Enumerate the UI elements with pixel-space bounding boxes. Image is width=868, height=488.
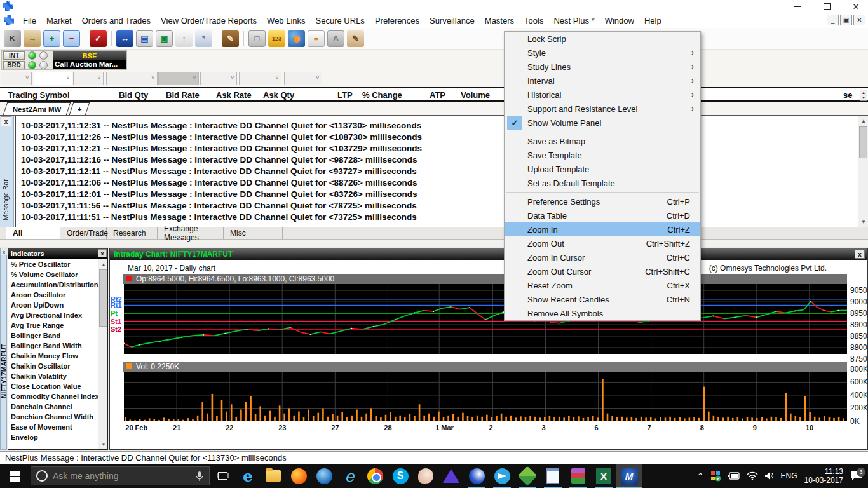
indicator-item-donchian-channel-width[interactable]: Donchian Channel Width <box>8 412 98 422</box>
taskbar-app-prism-app[interactable] <box>438 464 464 488</box>
user-edit-icon[interactable]: ✎ <box>347 30 364 47</box>
column-header-bid-qty[interactable]: Bid Qty <box>119 90 148 100</box>
volume-tray-icon[interactable] <box>761 464 778 488</box>
indicator-item-accumulation-distribution[interactable]: Accumulation/Distribution <box>8 280 98 290</box>
context-menu-item-save-as-bitmap[interactable]: Save as Bitmap <box>505 134 700 148</box>
column-header-volume[interactable]: Volume <box>461 90 490 100</box>
indicator-item-aroon-oscillator[interactable]: Aroon Oscillator <box>8 290 98 300</box>
indicator-item-bollinger-band[interactable]: Bollinger Band <box>8 330 98 341</box>
indicators-scrollbar[interactable]: ▲ ▼ <box>98 259 107 449</box>
context-menu-item-set-as-default-template[interactable]: Set as Default Template <box>505 176 700 190</box>
remove-workspace-icon[interactable]: − <box>63 30 80 47</box>
context-menu-item-save-template[interactable]: Save Template <box>505 148 700 162</box>
market-watch-icon[interactable]: ▤ <box>136 30 153 47</box>
login-key-icon[interactable]: K <box>4 30 21 47</box>
filter-combobox-5[interactable]: ∨ <box>158 72 199 85</box>
indicator-item-chaikin-oscillator[interactable]: Chaikin Oscillator <box>8 361 98 371</box>
add-workspace-icon[interactable]: + <box>43 30 60 47</box>
filter-combobox-1[interactable]: ∨ <box>1 72 32 85</box>
tray-clock[interactable]: 11:13 10-03-2017 <box>801 467 847 485</box>
column-header-atp[interactable]: ATP <box>430 90 445 100</box>
taskbar-app-firefox[interactable] <box>286 464 311 488</box>
header-scroll-spinner[interactable]: ▲▼ <box>860 90 867 101</box>
menu-nest-plus[interactable]: Nest Plus * <box>548 14 599 27</box>
sync-tray-icon[interactable] <box>707 464 724 488</box>
indicator-item-chaikin-money-flow[interactable]: Chaikin Money Flow <box>8 351 98 361</box>
best-five-icon[interactable]: 123 <box>268 30 285 47</box>
menu-window[interactable]: Window <box>600 14 639 27</box>
minimize-button[interactable] <box>792 2 803 11</box>
column-header-se[interactable]: se <box>843 90 852 100</box>
filter-combobox-3[interactable]: ∨ <box>73 72 104 85</box>
chart-close-icon[interactable]: x <box>855 250 865 259</box>
order-book-icon[interactable]: ✓ <box>90 30 107 47</box>
mdi-close-button[interactable]: ✕ <box>853 15 865 25</box>
filter-combobox-8[interactable]: ∨ <box>284 72 322 85</box>
scroll-down-icon[interactable]: ▼ <box>98 439 109 449</box>
indicator-item-ease-of-movement[interactable]: Ease of Movement <box>8 422 98 432</box>
context-menu-item-study-lines[interactable]: Study Lines› <box>505 60 700 74</box>
scroll-thumb[interactable] <box>99 269 107 327</box>
context-menu-item-show-recent-candles[interactable]: Show Recent CandlesCtrl+N <box>505 292 700 306</box>
context-menu-item-zoom-in[interactable]: Zoom InCtrl+Z <box>505 222 700 236</box>
context-menu-item-show-volume-panel[interactable]: ✓Show Volume Panel <box>505 116 700 130</box>
column-header-trading-symbol[interactable]: Trading Symbol <box>8 90 70 100</box>
keypad-icon[interactable]: □ <box>248 30 266 47</box>
order-search-icon[interactable]: ↑ <box>175 30 193 47</box>
taskbar-app-glary-utilities[interactable] <box>464 464 489 488</box>
language-indicator[interactable]: ENG <box>778 464 801 488</box>
chart-window-icon[interactable]: ▣ <box>156 30 173 47</box>
column-header-ltp[interactable]: LTP <box>337 90 353 100</box>
context-menu-item-interval[interactable]: Interval› <box>505 74 700 88</box>
message-panel-close-icon[interactable]: x <box>1 116 11 126</box>
message-tab-order-trade[interactable]: Order/Trade <box>60 227 107 239</box>
filter-combobox-4[interactable]: ∨ <box>106 72 158 85</box>
context-menu-item-upload-template[interactable]: Upload Template <box>505 162 700 176</box>
microphone-icon[interactable] <box>196 471 203 482</box>
workspace-tab-add[interactable]: + <box>69 102 90 115</box>
chart-strip-close-icon[interactable]: x <box>1 248 7 255</box>
battery-tray-icon[interactable] <box>724 464 743 488</box>
context-menu-item-zoom-out[interactable]: Zoom OutCtrl+Shift+Z <box>505 236 700 250</box>
menu-surveillance[interactable]: Surveillance <box>424 14 480 27</box>
report-edit-icon[interactable]: ≡ <box>308 30 325 47</box>
message-tab-research[interactable]: Research <box>107 227 158 239</box>
indicator-item-chaikin-volatility[interactable]: Chaikin Volatility <box>8 371 98 381</box>
indicator-item-volume-oscillator[interactable]: % Volume Oscillator <box>8 269 98 280</box>
message-tab-misc[interactable]: Misc <box>224 227 283 239</box>
scroll-down-icon[interactable]: ▼ <box>858 217 868 227</box>
context-menu-item-historical[interactable]: Historical› <box>505 88 700 102</box>
menu-help[interactable]: Help <box>639 14 667 27</box>
menu-market[interactable]: Market <box>41 14 77 27</box>
scroll-thumb[interactable] <box>859 126 867 158</box>
taskbar-app-internet-explorer[interactable]: e <box>337 464 362 488</box>
close-button[interactable]: ✕ <box>850 2 862 11</box>
message-scrollbar[interactable]: ▲ ▼ <box>858 116 868 227</box>
message-tab-exchange-messages[interactable]: Exchange Messages <box>158 227 224 239</box>
text-tool-icon[interactable]: A <box>327 30 344 47</box>
menu-masters[interactable]: Masters <box>480 14 519 27</box>
menu-preferences[interactable]: Preferences <box>370 14 424 27</box>
feeds-icon[interactable]: ◉ <box>288 30 305 47</box>
exchange-button-brd[interactable]: BRD <box>3 61 25 69</box>
filter-combobox-2[interactable]: ∨ <box>34 72 72 85</box>
exchange-button-int[interactable]: INT <box>3 51 25 60</box>
indicator-item-avg-directional-index[interactable]: Avg Directional Index <box>8 310 98 320</box>
app-menu-icon[interactable] <box>4 15 14 25</box>
taskbar-app-telegram[interactable] <box>489 464 515 488</box>
taskbar-app-skype[interactable]: S <box>388 464 413 488</box>
start-button[interactable] <box>0 464 29 488</box>
context-menu-item-style[interactable]: Style› <box>505 46 700 60</box>
context-menu-item-reset-zoom[interactable]: Reset ZoomCtrl+X <box>505 278 700 292</box>
indicator-item-price-oscillator[interactable]: % Price Oscillator <box>8 259 98 269</box>
restore-button[interactable] <box>821 2 832 11</box>
context-menu-item-data-table[interactable]: Data TableCtrl+D <box>505 208 700 222</box>
taskbar-app-nest-trader[interactable]: M <box>616 464 642 488</box>
workspace-tab-active[interactable]: Nest2Ami MW <box>3 102 71 115</box>
menu-secure-urls[interactable]: Secure URLs <box>311 14 370 27</box>
indicator-item-avg-true-range[interactable]: Avg True Range <box>8 320 98 330</box>
scroll-up-icon[interactable]: ▲ <box>858 116 868 126</box>
indicator-item-commodity-channel-index[interactable]: Commodity Channel Index <box>8 391 98 402</box>
order-entry-icon[interactable]: ✎ <box>222 30 239 47</box>
wifi-tray-icon[interactable] <box>743 464 761 488</box>
